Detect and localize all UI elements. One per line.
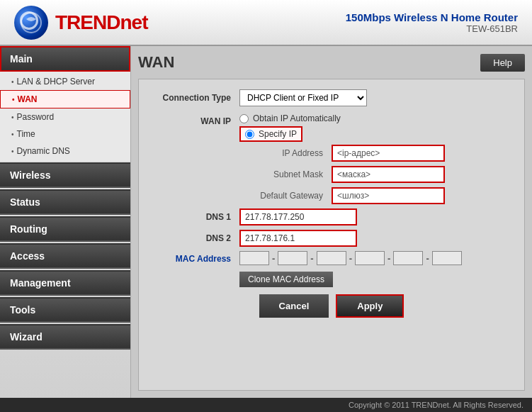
mac-address-section: MAC Address - - - - -	[147, 251, 516, 287]
default-gateway-field[interactable]: <шлюз>	[332, 187, 445, 204]
bullet-icon: •	[11, 113, 14, 121]
sidebar-item-password[interactable]: • Password	[0, 108, 130, 126]
sidebar-item-time[interactable]: • Time	[0, 126, 130, 143]
dns2-label: DNS 2	[147, 233, 239, 243]
mac-field-6[interactable]	[432, 251, 462, 265]
sidebar-item-routing[interactable]: Routing	[0, 216, 130, 242]
sidebar-sub-main: • LAN & DHCP Server • WAN • Password • T…	[0, 72, 130, 161]
mac-sep-1: -	[272, 253, 275, 264]
subnet-mask-row: Subnet Mask <маска>	[239, 166, 516, 183]
wan-ip-content: Obtain IP Automatically Specify IP IP Ad…	[239, 113, 516, 208]
default-gateway-row: Default Gateway <шлюз>	[239, 187, 516, 204]
sidebar-item-wizard[interactable]: Wizard	[0, 324, 130, 350]
wan-ip-label: WAN IP	[147, 113, 239, 126]
subnet-mask-field[interactable]: <маска>	[332, 166, 445, 183]
sidebar-item-management[interactable]: Management	[0, 270, 130, 296]
copyright-text: Copyright © 2011 TRENDnet. All Rights Re…	[349, 401, 523, 409]
bullet-icon: •	[11, 78, 14, 86]
clone-mac-button[interactable]: Clone MAC Address	[239, 272, 333, 287]
mac-sep-2: -	[310, 253, 313, 264]
header: TRENDnet 150Mbps Wireless N Home Router …	[0, 0, 532, 46]
form-panel: Connection Type DHCP Client or Fixed IP …	[138, 79, 525, 391]
mac-address-label: MAC Address	[147, 251, 239, 264]
sidebar-section-tools: Tools	[0, 297, 130, 323]
connection-type-row: Connection Type DHCP Client or Fixed IP	[147, 88, 516, 108]
sidebar-item-status[interactable]: Status	[0, 189, 130, 215]
ip-address-label: IP Address	[247, 148, 332, 158]
apply-button[interactable]: Apply	[336, 294, 404, 318]
dns1-input[interactable]	[239, 208, 357, 226]
sidebar-section-management: Management	[0, 270, 130, 296]
sidebar-item-wireless[interactable]: Wireless	[0, 162, 130, 188]
wan-ip-section: WAN IP Obtain IP Automatically Specify I…	[147, 113, 516, 208]
help-button[interactable]: Help	[480, 54, 525, 72]
product-name: 150Mbps Wireless N Home Router	[346, 11, 518, 23]
radio-obtain[interactable]	[239, 114, 249, 123]
radio-obtain-row: Obtain IP Automatically	[239, 113, 516, 123]
mac-address-fields: - - - - - Clone MAC Address	[239, 251, 462, 287]
radio-obtain-label: Obtain IP Automatically	[253, 113, 341, 123]
logo-text: TRENDnet	[55, 11, 147, 34]
logo-area: TRENDnet	[14, 6, 147, 40]
dns1-label: DNS 1	[147, 212, 239, 222]
sidebar-section-status: Status	[0, 189, 130, 215]
mac-field-5[interactable]	[393, 251, 423, 265]
connection-type-label: Connection Type	[147, 93, 239, 103]
dns2-row: DNS 2	[147, 230, 516, 247]
bullet-icon: •	[11, 130, 14, 138]
sidebar-item-tools[interactable]: Tools	[0, 297, 130, 323]
product-info: 150Mbps Wireless N Home Router TEW-651BR	[346, 11, 518, 34]
radio-specify[interactable]	[245, 130, 254, 139]
default-gateway-label: Default Gateway	[247, 191, 332, 201]
radio-specify-label: Specify IP	[259, 129, 297, 139]
bullet-icon: •	[12, 96, 15, 104]
cancel-button[interactable]: Cancel	[259, 294, 329, 318]
product-model: TEW-651BR	[346, 23, 518, 34]
content-area: WAN Help Connection Type DHCP Client or …	[131, 46, 532, 398]
ip-address-field[interactable]: <ip-адрес>	[332, 145, 445, 162]
dns2-input[interactable]	[239, 230, 357, 247]
mac-field-1[interactable]	[239, 251, 269, 265]
sidebar-section-routing: Routing	[0, 216, 130, 242]
mac-field-3[interactable]	[317, 251, 346, 265]
sidebar-item-wan[interactable]: • WAN	[0, 90, 130, 108]
page-title: WAN	[138, 53, 174, 72]
bottom-buttons: Cancel Apply	[147, 294, 516, 318]
sidebar-item-lan-dhcp[interactable]: • LAN & DHCP Server	[0, 73, 130, 90]
bullet-icon: •	[11, 147, 14, 155]
mac-field-4[interactable]	[355, 251, 385, 265]
connection-type-value: DHCP Client or Fixed IP	[239, 89, 516, 106]
sidebar-item-main[interactable]: Main	[0, 46, 130, 72]
mac-fields-row: - - - - -	[239, 251, 462, 265]
sidebar: Main • LAN & DHCP Server • WAN • Passwor…	[0, 46, 131, 398]
sidebar-item-access[interactable]: Access	[0, 243, 130, 269]
sidebar-section-wizard: Wizard	[0, 324, 130, 350]
mac-sep-5: -	[426, 253, 429, 264]
mac-sep-3: -	[349, 253, 352, 264]
content-header: WAN Help	[138, 53, 525, 72]
sidebar-section-main: Main • LAN & DHCP Server • WAN • Passwor…	[0, 46, 130, 161]
logo-icon	[14, 6, 48, 40]
subnet-mask-label: Subnet Mask	[247, 169, 332, 179]
sidebar-item-dynamic-dns[interactable]: • Dynamic DNS	[0, 143, 130, 160]
ip-sub-rows: IP Address <ip-адрес> Subnet Mask <маска…	[239, 145, 516, 204]
connection-type-select[interactable]: DHCP Client or Fixed IP	[239, 89, 367, 106]
sidebar-section-access: Access	[0, 243, 130, 269]
sidebar-section-wireless: Wireless	[0, 162, 130, 188]
svg-point-0	[21, 13, 41, 33]
ip-address-row: IP Address <ip-адрес>	[239, 145, 516, 162]
footer: Copyright © 2011 TRENDnet. All Rights Re…	[0, 398, 532, 412]
radio-specify-row: Specify IP	[239, 126, 302, 142]
mac-field-2[interactable]	[278, 251, 307, 265]
mac-sep-4: -	[387, 253, 390, 264]
dns1-row: DNS 1	[147, 208, 516, 226]
